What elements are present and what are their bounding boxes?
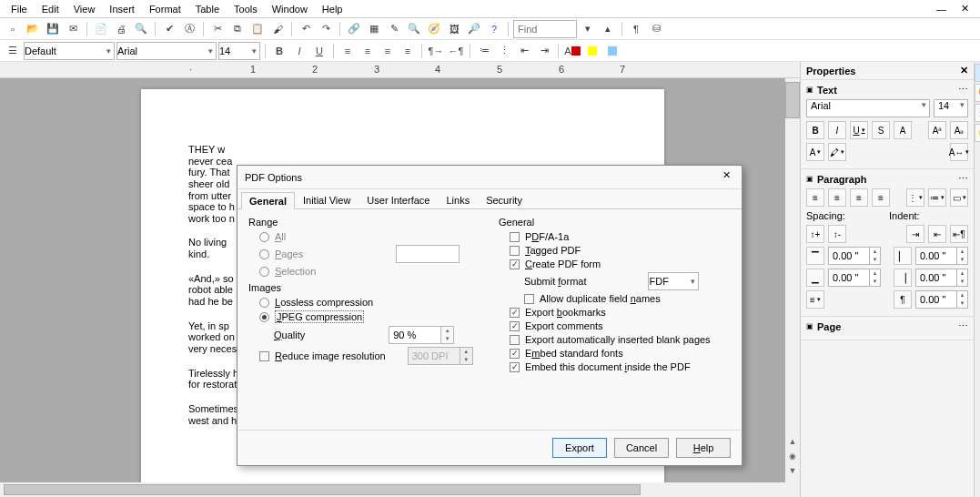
help-icon[interactable]: ? <box>485 20 503 38</box>
paste-icon[interactable]: 📋 <box>248 20 267 38</box>
export-comments-check[interactable] <box>510 321 520 331</box>
new-icon[interactable]: ▫ <box>4 20 22 38</box>
sb-below-spin[interactable]: 0.00 "▲▼ <box>828 269 881 287</box>
range-all-radio[interactable] <box>259 232 269 242</box>
drawing-icon[interactable]: ✎ <box>385 20 403 38</box>
export-bookmarks-check[interactable] <box>510 308 520 318</box>
format-paint-icon[interactable]: 🖌 <box>268 20 287 38</box>
embed-fonts-check[interactable] <box>510 349 520 359</box>
more-icon[interactable]: ⋯ <box>958 84 968 96</box>
align-justify-icon[interactable]: ≡ <box>399 42 417 60</box>
font-name-combo[interactable]: Arial <box>116 42 217 60</box>
sb-align-justify[interactable]: ≡ <box>872 188 890 207</box>
more-icon[interactable]: ⋯ <box>958 173 968 185</box>
window-minimize-icon[interactable]: — <box>929 2 954 16</box>
sb-sub-button[interactable]: Aₐ <box>950 121 968 139</box>
bold-button[interactable]: B <box>270 42 288 60</box>
cut-icon[interactable]: ✂ <box>208 20 227 38</box>
dup-names-check[interactable] <box>524 294 534 304</box>
undo-icon[interactable]: ↶ <box>297 20 315 38</box>
expand-icon[interactable]: ▣ <box>806 86 813 94</box>
indent-inc-icon[interactable]: ⇥ <box>535 42 553 60</box>
sb-super-button[interactable]: Aᵃ <box>928 121 946 139</box>
help-button[interactable]: Help <box>676 438 731 458</box>
copy-icon[interactable]: ⧉ <box>228 20 247 38</box>
sb-strike-button[interactable]: S <box>872 121 890 139</box>
sb-bold-button[interactable]: B <box>806 121 824 139</box>
horizontal-ruler[interactable]: · 1 2 3 4 5 6 7 <box>0 62 800 78</box>
rtl-icon[interactable]: ←¶ <box>447 42 465 60</box>
embed-doc-check[interactable] <box>510 362 520 372</box>
close-icon[interactable]: ✕ <box>718 169 734 186</box>
sb-italic-button[interactable]: I <box>828 121 846 139</box>
save-icon[interactable]: 💾 <box>44 20 62 38</box>
page-up-icon[interactable]: ▲ <box>785 437 800 451</box>
expand-icon[interactable]: ▣ <box>806 322 813 330</box>
menu-format[interactable]: Format <box>142 2 188 16</box>
para-style-combo[interactable]: Default <box>24 42 115 60</box>
submit-format-combo[interactable]: FDF <box>648 272 699 290</box>
email-icon[interactable]: ✉ <box>64 20 82 38</box>
tab-general[interactable]: General <box>241 192 295 209</box>
align-right-icon[interactable]: ≡ <box>379 42 397 60</box>
zoom-icon[interactable]: 🔎 <box>465 20 483 38</box>
pdfa-check[interactable] <box>510 232 520 242</box>
tab-user-interface[interactable]: User Interface <box>359 191 438 208</box>
range-selection-radio[interactable] <box>259 267 269 277</box>
datasources-icon[interactable]: ⛁ <box>647 20 665 38</box>
sb-fontcolor-button[interactable]: A <box>806 143 824 161</box>
export-blank-check[interactable] <box>510 335 520 345</box>
ltr-icon[interactable]: ¶→ <box>427 42 445 60</box>
numbering-icon[interactable]: ≔ <box>475 42 493 60</box>
menu-edit[interactable]: Edit <box>35 2 66 16</box>
nonprinting-icon[interactable]: ¶ <box>627 20 645 38</box>
sb-firstline-spin[interactable]: 0.00 "▲▼ <box>915 290 968 309</box>
sb-deck-styles-icon[interactable]: 🎨 <box>975 84 980 102</box>
sidebar-close-icon[interactable]: ✕ <box>960 65 968 76</box>
sb-hanging[interactable]: ⇤¶ <box>950 225 968 243</box>
underline-button[interactable]: U <box>310 42 328 60</box>
menu-tools[interactable]: Tools <box>227 2 265 16</box>
tab-links[interactable]: Links <box>438 191 478 208</box>
sb-left-spin[interactable]: 0.00 "▲▼ <box>915 247 968 265</box>
print-icon[interactable]: 🖨 <box>112 20 130 38</box>
lossless-radio[interactable] <box>259 298 269 308</box>
align-left-icon[interactable]: ≡ <box>338 42 357 60</box>
sb-highlight-button[interactable]: 🖍 <box>828 143 846 161</box>
create-form-check[interactable] <box>510 259 520 269</box>
expand-icon[interactable]: ▣ <box>806 175 813 183</box>
cancel-button[interactable]: Cancel <box>614 438 669 458</box>
sb-bullets[interactable]: ⋮ <box>906 188 924 207</box>
redo-icon[interactable]: ↷ <box>317 20 335 38</box>
vertical-scrollbar[interactable] <box>785 78 800 497</box>
tab-initial-view[interactable]: Initial View <box>295 191 359 208</box>
menu-file[interactable]: File <box>4 2 35 16</box>
find-next-icon[interactable]: ▾ <box>579 20 597 38</box>
hyperlink-icon[interactable]: 🔗 <box>345 20 363 38</box>
sb-bgcolor[interactable]: ▭ <box>950 188 968 207</box>
navigator-icon[interactable]: 🧭 <box>425 20 443 38</box>
italic-button[interactable]: I <box>290 42 308 60</box>
sb-spacing-button[interactable]: A↔ <box>950 143 968 161</box>
menu-table[interactable]: Table <box>188 2 227 16</box>
align-center-icon[interactable]: ≡ <box>359 42 377 60</box>
sb-deck-navigator-icon[interactable]: 🧭 <box>975 124 980 142</box>
sb-shadow-button[interactable]: A <box>894 121 912 139</box>
sb-space-dec[interactable]: ↕- <box>828 225 846 243</box>
range-pages-radio[interactable] <box>259 249 269 259</box>
menu-view[interactable]: View <box>66 2 103 16</box>
gallery-icon[interactable]: 🖼 <box>445 20 463 38</box>
highlight-icon[interactable] <box>583 42 601 60</box>
autospell-icon[interactable]: Ⓐ <box>180 20 198 38</box>
sb-deck-gallery-icon[interactable]: 🖼 <box>975 104 980 122</box>
find-icon[interactable]: 🔍 <box>405 20 423 38</box>
find-input[interactable] <box>513 20 577 38</box>
sb-align-right[interactable]: ≡ <box>850 188 868 207</box>
menu-window[interactable]: Window <box>265 2 315 16</box>
bullets-icon[interactable]: ⋮ <box>495 42 513 60</box>
sb-align-center[interactable]: ≡ <box>828 188 846 207</box>
menu-help[interactable]: Help <box>315 2 350 16</box>
jpeg-radio[interactable] <box>259 312 269 322</box>
font-size-combo[interactable]: 14 <box>218 42 260 60</box>
export-pdf-icon[interactable]: 📄 <box>92 20 110 38</box>
